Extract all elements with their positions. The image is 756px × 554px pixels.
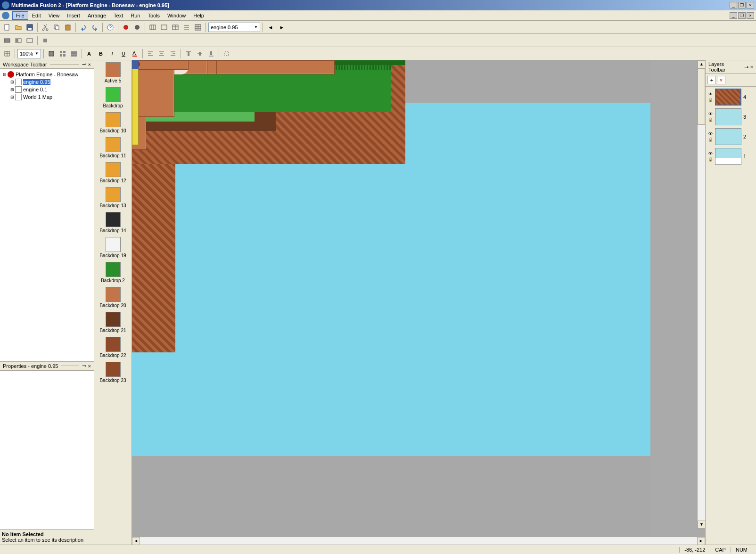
save-button[interactable] <box>25 22 35 33</box>
mdi-minimize-button[interactable]: _ <box>730 12 737 19</box>
pin-icon[interactable]: ⊸ <box>82 61 86 67</box>
vertical-scrollbar[interactable]: ▲ ▼ <box>697 60 705 529</box>
expand-icon[interactable]: ⊞ <box>9 95 15 99</box>
maximize-button[interactable]: ❐ <box>738 2 746 8</box>
menu-edit[interactable]: Edit <box>28 11 45 20</box>
layer-item[interactable]: 👁🔒1 <box>707 148 754 165</box>
lock-icon[interactable]: 🔒 <box>707 157 713 162</box>
tree-item[interactable]: ⊞World 1 Map <box>2 93 92 101</box>
lock-icon[interactable]: 🔒 <box>707 137 713 142</box>
menu-file[interactable]: File <box>12 11 28 20</box>
scroll-up-button[interactable]: ▲ <box>698 60 705 68</box>
view-mode-2-button[interactable] <box>58 49 68 59</box>
run-project-button[interactable] <box>25 35 35 46</box>
underline-button[interactable]: U <box>118 49 129 59</box>
lock-icon[interactable]: 🔒 <box>707 98 713 102</box>
object-item[interactable]: Backdrop <box>95 87 131 108</box>
horizontal-scrollbar[interactable]: ◄ ► <box>132 537 705 545</box>
menu-run[interactable]: Run <box>127 11 144 20</box>
text-color-button[interactable]: A <box>130 49 140 59</box>
mdi-close-button[interactable]: × <box>747 12 754 19</box>
layer-item[interactable]: 👁🔒3 <box>707 108 754 125</box>
add-layer-button[interactable]: + <box>707 76 716 84</box>
close-panel-icon[interactable]: × <box>88 363 91 369</box>
scroll-thumb[interactable] <box>698 68 705 125</box>
align-right-button[interactable] <box>168 49 178 59</box>
mdi-restore-button[interactable]: ❐ <box>738 12 746 19</box>
tree-root[interactable]: ⊟ Platform Engine - Bonesaw <box>2 71 92 78</box>
object-item[interactable]: Backdrop 23 <box>95 362 131 383</box>
layer-item[interactable]: 👁🔒2 <box>707 128 754 145</box>
eventlist-button[interactable] <box>181 22 192 33</box>
close-panel-icon[interactable]: × <box>750 64 753 70</box>
new-button[interactable] <box>2 22 12 33</box>
eye-icon[interactable]: 👁 <box>707 92 713 97</box>
italic-button[interactable]: I <box>107 49 117 59</box>
view-mode-3-button[interactable] <box>69 49 79 59</box>
object-item[interactable]: Active 5 <box>95 62 131 83</box>
undo-button[interactable] <box>78 22 89 33</box>
object-item[interactable]: Backdrop 22 <box>95 337 131 358</box>
align-bottom-button[interactable] <box>206 49 216 59</box>
align-vcenter-button[interactable] <box>195 49 205 59</box>
object-item[interactable]: Backdrop 10 <box>95 112 131 133</box>
zoom-combo[interactable]: 100% ▼ <box>17 49 41 58</box>
object-palette[interactable]: Active 5BackdropBackdrop 10Backdrop 11Ba… <box>94 60 132 545</box>
object-item[interactable]: Backdrop 12 <box>95 162 131 183</box>
frame-selector[interactable]: engine 0.95 ▼ <box>208 23 260 32</box>
menu-view[interactable]: View <box>45 11 64 20</box>
redo-button[interactable] <box>90 22 100 33</box>
object-item[interactable]: Backdrop 2 <box>95 262 131 283</box>
expand-icon[interactable]: ⊟ <box>2 72 8 77</box>
object-item[interactable]: Backdrop 13 <box>95 187 131 208</box>
scroll-down-button[interactable]: ▼ <box>698 521 705 529</box>
menu-insert[interactable]: Insert <box>63 11 84 20</box>
minimize-button[interactable]: _ <box>730 2 737 8</box>
align-left-button[interactable] <box>145 49 156 59</box>
close-panel-icon[interactable]: × <box>88 62 91 67</box>
tree-item[interactable]: ⊞engine 0.1 <box>2 86 92 93</box>
expand-icon[interactable]: ⊞ <box>9 87 15 92</box>
eye-icon[interactable]: 👁 <box>707 131 713 136</box>
align-top-button[interactable] <box>183 49 194 59</box>
menu-tools[interactable]: Tools <box>144 11 164 20</box>
object-item[interactable]: Backdrop 20 <box>95 287 131 308</box>
tree-item[interactable]: ⊞engine 0.95 <box>2 78 92 86</box>
grid-button[interactable] <box>2 49 12 59</box>
pin-icon[interactable]: ⊸ <box>744 64 748 70</box>
object-item[interactable]: Backdrop 11 <box>95 137 131 158</box>
storyboard-button[interactable] <box>148 22 158 33</box>
eye-icon[interactable]: 👁 <box>707 112 713 116</box>
datagrid-button[interactable] <box>193 22 203 33</box>
menu-arrange[interactable]: Arrange <box>84 11 110 20</box>
bold-button[interactable]: B <box>96 49 106 59</box>
canvas-viewport[interactable]: BONESAW <box>132 60 705 537</box>
crop-button[interactable] <box>222 49 232 59</box>
record-button[interactable] <box>121 22 131 33</box>
frame-button[interactable] <box>159 22 169 33</box>
menu-help[interactable]: Help <box>189 11 208 20</box>
layer-item[interactable]: 👁🔒4 <box>707 89 754 106</box>
object-item[interactable]: Backdrop 21 <box>95 312 131 333</box>
expand-icon[interactable]: ⊞ <box>9 80 15 84</box>
level-canvas[interactable]: BONESAW <box>132 60 650 537</box>
event-button[interactable] <box>170 22 181 33</box>
help-button[interactable]: ? <box>105 22 115 33</box>
font-button[interactable]: A <box>84 49 95 59</box>
eye-icon[interactable]: 👁 <box>707 151 713 156</box>
run-frame-button[interactable] <box>13 35 24 46</box>
align-center-button[interactable] <box>156 49 167 59</box>
pin-icon[interactable]: ⊸ <box>82 363 86 369</box>
scroll-right-button[interactable]: ► <box>697 537 705 545</box>
stop-run-button[interactable] <box>40 35 50 46</box>
scroll-left-button[interactable]: ◄ <box>132 537 140 545</box>
object-item[interactable]: Backdrop 14 <box>95 212 131 233</box>
delete-layer-button[interactable]: × <box>717 76 725 84</box>
close-button[interactable]: × <box>747 2 754 8</box>
open-button[interactable] <box>13 22 24 33</box>
menu-window[interactable]: Window <box>164 11 189 20</box>
stop-button[interactable] <box>132 22 142 33</box>
cut-button[interactable] <box>40 22 50 33</box>
menu-text[interactable]: Text <box>110 11 127 20</box>
paste-button[interactable] <box>63 22 73 33</box>
